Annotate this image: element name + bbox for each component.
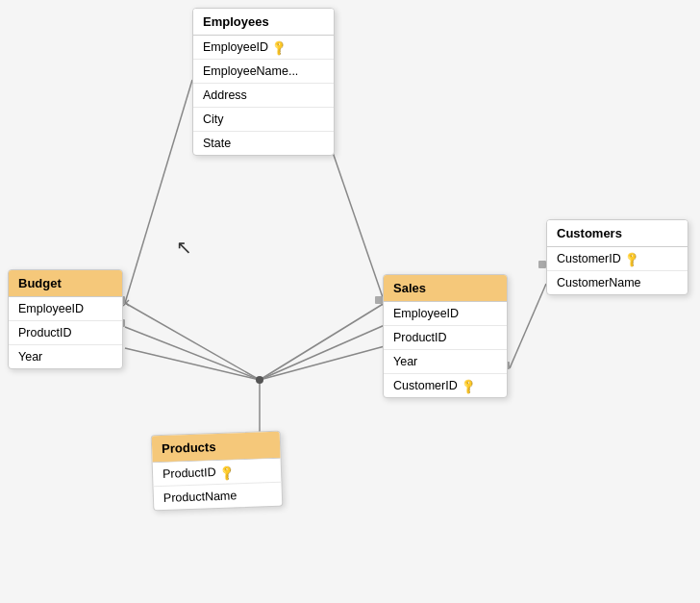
products-table: Products ProductID 🔑 ProductName	[151, 431, 284, 512]
key-icon: 🔑	[270, 38, 288, 56]
products-field-productname: ProductName	[154, 483, 283, 511]
employees-table: Employees EmployeeID 🔑 EmployeeName... A…	[192, 8, 335, 156]
employees-field-employeename: EmployeeName...	[193, 60, 334, 84]
svg-rect-18	[538, 261, 546, 268]
budget-field-employeeid: EmployeeID	[9, 297, 122, 321]
budget-header: Budget	[9, 270, 122, 297]
sales-field-customerid: CustomerID 🔑	[384, 374, 507, 397]
svg-line-0	[125, 80, 192, 303]
svg-point-19	[256, 376, 263, 384]
sales-header: Sales	[384, 275, 507, 302]
sales-field-year: Year	[384, 350, 507, 374]
employees-field-city: City	[193, 108, 334, 132]
sales-table: Sales EmployeeID ProductID Year Customer…	[383, 274, 508, 398]
svg-line-2	[125, 303, 260, 380]
budget-field-productid: ProductID	[9, 321, 122, 345]
employees-field-address: Address	[193, 84, 334, 108]
key-icon-products: 🔑	[217, 463, 236, 481]
svg-line-11	[123, 300, 129, 306]
svg-line-10	[123, 300, 129, 306]
svg-line-5	[260, 303, 385, 380]
key-icon-sales: 🔑	[459, 376, 477, 394]
customers-field-customername: CustomerName	[547, 271, 688, 294]
sales-field-productid: ProductID	[384, 326, 507, 350]
svg-rect-16	[375, 296, 383, 304]
employees-field-employeeid: EmployeeID 🔑	[193, 36, 334, 60]
key-icon-customers: 🔑	[622, 249, 640, 267]
employees-field-state: State	[193, 132, 334, 155]
svg-line-7	[260, 346, 385, 380]
svg-line-9	[510, 284, 546, 368]
diagram-canvas: Employees EmployeeID 🔑 EmployeeName... A…	[0, 0, 700, 603]
customers-table: Customers CustomerID 🔑 CustomerName	[546, 219, 688, 295]
customers-field-customerid: CustomerID 🔑	[547, 247, 688, 271]
svg-line-6	[260, 325, 385, 380]
budget-field-year: Year	[9, 345, 122, 368]
svg-line-4	[125, 348, 260, 380]
cursor: ↖	[176, 236, 192, 259]
employees-header: Employees	[193, 9, 334, 36]
svg-line-3	[125, 327, 260, 380]
customers-header: Customers	[547, 220, 688, 247]
budget-table: Budget EmployeeID ProductID Year	[8, 269, 123, 369]
sales-field-employeeid: EmployeeID	[384, 302, 507, 326]
